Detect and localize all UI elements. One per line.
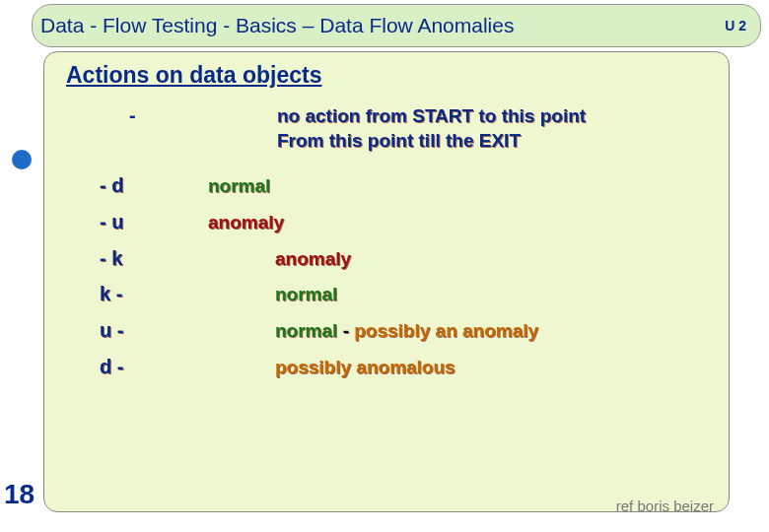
row-symbol: u -	[66, 319, 208, 342]
row-status: normal	[275, 320, 337, 341]
decorative-dot	[12, 150, 32, 169]
table-row: - k anomaly	[66, 247, 707, 272]
row-status-group: normal - possibly an anomaly	[208, 319, 707, 344]
row-separator: -	[343, 320, 355, 341]
section-heading: Actions on data objects	[66, 62, 707, 89]
table-row: k - normal	[66, 283, 707, 307]
row-symbol: - d	[66, 174, 208, 197]
intro-line1: no action from START to this point	[277, 105, 586, 126]
table-row: - d normal	[66, 174, 707, 199]
table-row: u - normal - possibly an anomaly	[66, 319, 707, 344]
intro-text: no action from START to this point From …	[238, 104, 707, 153]
unit-badge: U 2	[725, 18, 746, 33]
title-band: Data - Flow Testing - Basics – Data Flow…	[32, 4, 761, 47]
row-status: anomaly	[208, 247, 707, 272]
table-row: - u anomaly	[66, 211, 707, 235]
intro-symbol: -	[66, 104, 238, 127]
slide-number: 18	[4, 479, 35, 510]
row-symbol: d -	[66, 356, 208, 378]
intro-line2: From this point till the EXIT	[277, 130, 521, 151]
row-status: normal	[208, 283, 707, 307]
table-row: d - possibly anomalous	[66, 356, 707, 380]
row-symbol: k -	[66, 283, 208, 305]
row-status: normal	[208, 174, 707, 199]
row-status: anomaly	[208, 211, 707, 235]
footer-reference: ref boris beizer	[616, 498, 714, 514]
row-symbol: - u	[66, 211, 208, 233]
intro-row: - no action from START to this point Fro…	[66, 104, 707, 153]
row-symbol: - k	[66, 247, 208, 270]
content-panel: Actions on data objects - no action from…	[43, 51, 730, 512]
row-status: possibly anomalous	[208, 356, 707, 380]
page-title: Data - Flow Testing - Basics – Data Flow…	[40, 14, 725, 37]
row-extra: possibly an anomaly	[354, 320, 538, 341]
